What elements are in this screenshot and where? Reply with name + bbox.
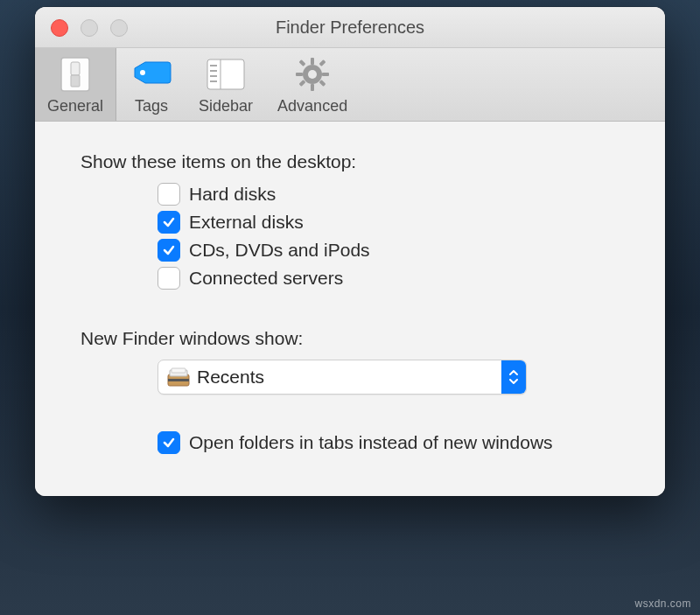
svg-rect-13 [296, 73, 303, 76]
checkbox-hard-disks[interactable] [158, 183, 180, 206]
window-title: Finder Preferences [276, 17, 424, 38]
checkbox-external-disks[interactable] [158, 211, 180, 234]
checkbox-connected-servers[interactable] [158, 267, 180, 290]
sidebar-icon [203, 55, 248, 94]
option-label: CDs, DVDs and iPods [189, 240, 370, 261]
svg-point-3 [140, 70, 145, 75]
option-connected-servers: Connected servers [158, 267, 639, 290]
popup-selected-label: Recents [197, 367, 264, 388]
svg-point-19 [308, 70, 317, 79]
svg-rect-2 [71, 75, 80, 87]
toolbar: General Tags [35, 48, 665, 122]
new-windows-heading: New Finder windows show: [80, 328, 639, 349]
zoom-button[interactable] [110, 19, 128, 37]
new-windows-popup[interactable]: Recents [158, 360, 527, 395]
option-cds-dvds-ipods: CDs, DVDs and iPods [158, 239, 639, 262]
option-label: External disks [189, 212, 304, 233]
desktop-items-heading: Show these items on the desktop: [80, 151, 639, 172]
minimize-button[interactable] [80, 19, 98, 37]
tab-sidebar[interactable]: Sidebar [186, 48, 265, 121]
option-external-disks: External disks [158, 211, 639, 234]
watermark: wsxdn.com [634, 598, 691, 610]
svg-rect-23 [168, 379, 189, 381]
svg-rect-1 [71, 62, 80, 75]
checkbox-open-in-tabs[interactable] [158, 431, 180, 454]
recents-icon [167, 367, 190, 387]
option-hard-disks: Hard disks [158, 183, 639, 206]
svg-rect-12 [311, 84, 314, 91]
option-label: Hard disks [189, 184, 276, 205]
popup-arrows-icon [501, 360, 526, 394]
svg-rect-17 [319, 59, 326, 66]
preferences-content: Show these items on the desktop: Hard di… [35, 122, 665, 496]
checkbox-cds-dvds-ipods[interactable] [158, 239, 180, 262]
tag-icon [129, 55, 174, 94]
option-label: Open folders in tabs instead of new wind… [189, 432, 553, 453]
option-open-in-tabs: Open folders in tabs instead of new wind… [158, 431, 639, 454]
svg-rect-4 [207, 59, 244, 89]
preferences-window: Finder Preferences General [35, 7, 665, 496]
svg-rect-16 [319, 80, 326, 87]
close-button[interactable] [51, 19, 68, 37]
svg-rect-22 [172, 368, 186, 373]
titlebar: Finder Preferences [35, 7, 665, 48]
tab-tags[interactable]: Tags [116, 48, 186, 121]
tab-advanced[interactable]: Advanced [265, 48, 360, 121]
tab-label: Sidebar [199, 97, 253, 115]
svg-rect-11 [311, 58, 314, 65]
tab-label: Advanced [277, 97, 347, 115]
svg-rect-18 [299, 80, 306, 87]
switch-icon [52, 55, 98, 94]
svg-rect-14 [322, 73, 329, 76]
tab-general[interactable]: General [35, 48, 116, 121]
option-label: Connected servers [189, 268, 343, 289]
gear-icon [290, 55, 335, 94]
svg-rect-15 [299, 59, 306, 66]
tab-label: Tags [135, 97, 168, 115]
window-controls [51, 19, 128, 37]
tab-label: General [47, 97, 103, 115]
